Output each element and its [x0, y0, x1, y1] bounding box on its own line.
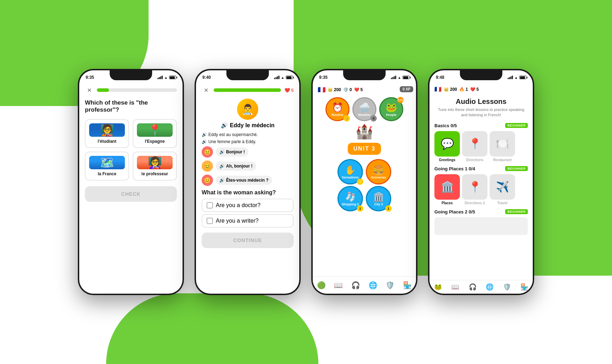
- phone-1-inner: 9:35 ▲ ✕: [79, 70, 183, 294]
- score-crowns: 👑 200: [328, 87, 341, 92]
- sb4-2: [509, 77, 510, 79]
- phone-2-time: 9:40: [202, 75, 211, 80]
- answer-text-1: Are you a doctor?: [216, 202, 260, 209]
- section-goingplaces2-title: Going Places 2 0/5: [434, 209, 475, 215]
- battery-4: [519, 76, 526, 79]
- phone-3-bottom-nav: 🟢 📖 🎧 🌐 🛡️ 🏪: [313, 276, 416, 294]
- p4-nav-globe[interactable]: 🌐: [486, 283, 493, 291]
- checkbox-1[interactable]: [207, 202, 213, 209]
- phone-3-content: 🇫🇷 👑 200 🛡️ 0 ❤️ 5 0 XP: [313, 83, 416, 216]
- choice-france[interactable]: 🗺️ la France: [85, 152, 129, 181]
- nav-audio[interactable]: 🎧: [350, 280, 362, 291]
- bubble-text-3: Êtes-vous médecin ?: [226, 178, 269, 183]
- battery-fill-4: [520, 76, 525, 79]
- score-hearts: ❤️ 5: [354, 87, 363, 92]
- p4-nav-audio[interactable]: 🎧: [469, 283, 477, 291]
- speaker-icon: 🔊: [221, 122, 228, 129]
- nav-book[interactable]: 📖: [333, 280, 344, 291]
- dialogue-line-2: 🔊 Une femme parle à Eddy.: [202, 139, 294, 144]
- greetings-img: 💬: [434, 131, 460, 157]
- sb3-3: [394, 76, 395, 79]
- routine-label: Routine: [331, 113, 343, 117]
- crown-count: 200: [334, 87, 341, 92]
- people-timer: 5:31: [397, 97, 404, 103]
- choice-spain[interactable]: 📍 l'Espagne: [133, 119, 177, 148]
- bubble-speaker-3: 🔊: [219, 178, 225, 183]
- lesson-restaurant[interactable]: 🍽️ Restaurant: [490, 131, 515, 162]
- routine-badge: 👑: [343, 115, 350, 122]
- audio-title: Audio Lessons: [434, 98, 528, 106]
- unit-section: 🏰 UNIT 3: [318, 123, 411, 158]
- lesson-people[interactable]: 🐸 People 5:31: [379, 97, 403, 121]
- places-img: 🏛️: [434, 174, 460, 200]
- progress-bar-2: [214, 88, 281, 92]
- lesson-weather[interactable]: 🌧️ Weather 4: [352, 97, 376, 121]
- phone-3-time: 9:35: [319, 75, 328, 80]
- directions-img: 📍: [462, 131, 487, 157]
- lesson-city3[interactable]: 🏛️ City 3 1: [366, 186, 391, 211]
- p4-nav-frog[interactable]: 🐸: [434, 283, 442, 291]
- close-button-2[interactable]: ✕: [202, 86, 210, 94]
- dl-speaker-2: 🔊: [202, 139, 207, 144]
- choice-student[interactable]: 🧑‍🏫 l'étudiant: [85, 119, 129, 148]
- lesson-directions[interactable]: 📍 Directions: [462, 131, 487, 162]
- battery-fill-3: [403, 76, 408, 79]
- battery-3: [403, 76, 410, 79]
- close-button[interactable]: ✕: [85, 86, 93, 94]
- phone-4-status-icons: ▲: [508, 76, 526, 80]
- shopping-city-row: 🧦 Shopping 2 1 🏛️ City 3 1: [318, 186, 411, 211]
- lesson-groceries[interactable]: 🍔 Groceries: [366, 159, 391, 184]
- phone-2: 9:40 ▲ ✕: [195, 69, 301, 295]
- p4-nav-book[interactable]: 📖: [451, 283, 459, 291]
- wifi-icon-2: ▲: [281, 76, 284, 80]
- continue-button[interactable]: CONTINUE: [202, 233, 294, 248]
- check-button[interactable]: CHECK: [85, 186, 177, 202]
- lesson-routine[interactable]: ⏰ Routine 👑: [325, 97, 350, 121]
- dl-text-1: Eddy est au supermarché.: [208, 132, 258, 137]
- dialogue-row-1: 😐 🔊 Bonjour !: [202, 146, 294, 158]
- lesson-directions2[interactable]: 📍 Directions 2: [462, 174, 487, 205]
- shopping2-icon: 🧦: [345, 192, 356, 202]
- question-text-2: What is the woman asking?: [202, 189, 294, 196]
- sensations-label: Sensations: [342, 176, 359, 179]
- character-avatar: 👨‍⚕️: [237, 99, 258, 120]
- p4-score-crowns: 👑 200: [444, 87, 457, 92]
- phone-1-time: 9:35: [86, 75, 94, 80]
- sb-2: [276, 77, 277, 79]
- lesson-places[interactable]: 🏛️ Places: [434, 174, 460, 205]
- section-goingplaces1-header: Going Places 1 0/4 BEGINNER: [434, 166, 528, 171]
- basics-beginner-badge: BEGINNER: [505, 123, 528, 128]
- goingplaces2-beginner-badge: BEGINNER: [505, 209, 528, 214]
- lesson-shopping2[interactable]: 🧦 Shopping 2 1: [337, 186, 363, 211]
- avatar-red-1: 😐: [202, 146, 213, 158]
- character-name: 🔊 Eddy le médecin: [221, 122, 275, 129]
- nav-store[interactable]: 🏪: [402, 280, 413, 291]
- p4-nav-store[interactable]: 🏪: [520, 283, 528, 291]
- checkbox-2[interactable]: [207, 218, 213, 224]
- lesson-sensations[interactable]: ✋ Sensations ⭐: [337, 159, 363, 184]
- phone-4-notch: [460, 70, 502, 80]
- nav-shield[interactable]: 🛡️: [384, 280, 396, 291]
- lesson-greetings[interactable]: 💬 Greetings: [434, 131, 460, 162]
- sb4-4: [512, 76, 513, 79]
- section-goingplaces2-header: Going Places 2 0/5 BEGINNER: [434, 209, 528, 215]
- answer-option-1[interactable]: Are you a doctor?: [202, 199, 294, 212]
- phone-2-status-icons: ▲: [274, 76, 293, 80]
- choice-professor[interactable]: 👩‍🏫 le professeur: [133, 152, 177, 181]
- heart-icon-2: ❤️: [284, 88, 290, 93]
- sensations-icon: ✋: [345, 165, 356, 176]
- battery-icon: [169, 76, 176, 79]
- nav-globe[interactable]: 🌐: [367, 280, 379, 291]
- choice-professor-label: le professeur: [142, 171, 168, 176]
- lesson-travel[interactable]: ✈️ Travel: [490, 174, 515, 205]
- answer-option-2[interactable]: Are you a writer?: [202, 214, 294, 228]
- routine-icon: ⏰: [332, 102, 343, 113]
- phones-container: 9:35 ▲ ✕: [78, 69, 534, 295]
- nav-home[interactable]: 🟢: [316, 280, 327, 291]
- battery-fill: [170, 76, 175, 79]
- phone-3: 9:35 ▲ 🇫🇷: [311, 69, 417, 295]
- sb3-4: [395, 76, 396, 79]
- greetings-label: Greetings: [439, 158, 456, 162]
- p4-nav-shield[interactable]: 🛡️: [503, 283, 511, 291]
- section-basics-header: Basics 0/5 BEGINNER: [434, 123, 528, 128]
